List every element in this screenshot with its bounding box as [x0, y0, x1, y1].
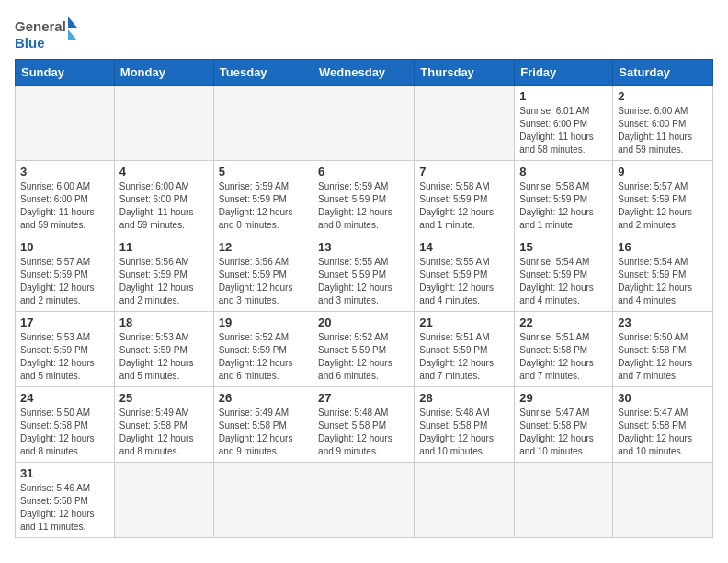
day-info: Sunrise: 5:49 AM Sunset: 5:58 PM Dayligh… [119, 407, 209, 458]
day-number: 26 [219, 391, 308, 405]
week-row-6: 31Sunrise: 5:46 AM Sunset: 5:58 PM Dayli… [16, 463, 713, 538]
calendar-cell: 7Sunrise: 5:58 AM Sunset: 5:59 PM Daylig… [415, 161, 515, 236]
day-info: Sunrise: 5:57 AM Sunset: 5:59 PM Dayligh… [618, 180, 708, 232]
calendar-cell: 14Sunrise: 5:55 AM Sunset: 5:59 PM Dayli… [415, 236, 515, 312]
week-row-4: 17Sunrise: 5:53 AM Sunset: 5:59 PM Dayli… [16, 312, 713, 387]
day-number: 23 [618, 316, 708, 329]
calendar-cell [313, 463, 415, 538]
day-info: Sunrise: 5:46 AM Sunset: 5:58 PM Dayligh… [20, 482, 109, 534]
page-container: General Blue SundayMondayTuesdayWednesda… [15, 15, 713, 538]
logo: General Blue [15, 15, 79, 53]
calendar-cell [515, 463, 613, 538]
calendar-cell: 3Sunrise: 6:00 AM Sunset: 6:00 PM Daylig… [16, 161, 115, 236]
day-info: Sunrise: 5:56 AM Sunset: 5:59 PM Dayligh… [219, 256, 308, 307]
weekday-header-friday: Friday [515, 60, 613, 86]
calendar-cell [114, 463, 213, 538]
calendar-cell: 17Sunrise: 5:53 AM Sunset: 5:59 PM Dayli… [16, 312, 115, 387]
calendar-cell: 1Sunrise: 6:01 AM Sunset: 6:00 PM Daylig… [515, 86, 613, 161]
day-number: 10 [20, 240, 109, 254]
calendar-cell: 9Sunrise: 5:57 AM Sunset: 5:59 PM Daylig… [613, 161, 713, 236]
calendar-cell [213, 463, 313, 538]
svg-marker-3 [68, 29, 77, 40]
calendar-cell: 4Sunrise: 6:00 AM Sunset: 6:00 PM Daylig… [114, 161, 213, 236]
day-info: Sunrise: 5:53 AM Sunset: 5:59 PM Dayligh… [20, 331, 109, 383]
calendar-cell: 15Sunrise: 5:54 AM Sunset: 5:59 PM Dayli… [515, 236, 613, 312]
day-number: 17 [20, 316, 109, 329]
day-number: 3 [20, 165, 109, 178]
day-info: Sunrise: 5:51 AM Sunset: 5:59 PM Dayligh… [419, 331, 509, 383]
day-info: Sunrise: 5:52 AM Sunset: 5:59 PM Dayligh… [318, 331, 409, 383]
day-info: Sunrise: 5:54 AM Sunset: 5:59 PM Dayligh… [618, 256, 708, 307]
weekday-header-tuesday: Tuesday [213, 60, 313, 86]
day-number: 1 [519, 89, 608, 103]
day-info: Sunrise: 6:00 AM Sunset: 6:00 PM Dayligh… [119, 180, 209, 232]
calendar-cell [415, 86, 515, 161]
day-info: Sunrise: 5:52 AM Sunset: 5:59 PM Dayligh… [219, 331, 308, 383]
day-info: Sunrise: 5:56 AM Sunset: 5:59 PM Dayligh… [119, 256, 209, 307]
week-row-3: 10Sunrise: 5:57 AM Sunset: 5:59 PM Dayli… [16, 236, 713, 312]
day-number: 14 [419, 240, 509, 254]
day-number: 30 [618, 391, 708, 405]
calendar-cell: 23Sunrise: 5:50 AM Sunset: 5:58 PM Dayli… [613, 312, 713, 387]
calendar-cell: 22Sunrise: 5:51 AM Sunset: 5:58 PM Dayli… [515, 312, 613, 387]
weekday-header-monday: Monday [114, 60, 213, 86]
day-info: Sunrise: 5:57 AM Sunset: 5:59 PM Dayligh… [20, 256, 109, 307]
calendar-cell: 13Sunrise: 5:55 AM Sunset: 5:59 PM Dayli… [313, 236, 415, 312]
day-info: Sunrise: 5:59 AM Sunset: 5:59 PM Dayligh… [318, 180, 409, 232]
calendar-cell: 25Sunrise: 5:49 AM Sunset: 5:58 PM Dayli… [114, 387, 213, 463]
svg-text:Blue: Blue [15, 35, 45, 51]
calendar-cell: 8Sunrise: 5:58 AM Sunset: 5:59 PM Daylig… [515, 161, 613, 236]
day-number: 16 [618, 240, 708, 254]
day-number: 12 [219, 240, 308, 254]
svg-text:General: General [15, 18, 66, 34]
day-number: 5 [219, 165, 308, 178]
calendar-cell: 31Sunrise: 5:46 AM Sunset: 5:58 PM Dayli… [16, 463, 115, 538]
day-info: Sunrise: 5:49 AM Sunset: 5:58 PM Dayligh… [219, 407, 308, 458]
day-number: 20 [318, 316, 409, 329]
day-info: Sunrise: 5:55 AM Sunset: 5:59 PM Dayligh… [318, 256, 409, 307]
calendar-cell: 21Sunrise: 5:51 AM Sunset: 5:59 PM Dayli… [415, 312, 515, 387]
weekday-header-saturday: Saturday [613, 60, 713, 86]
weekday-header-row: SundayMondayTuesdayWednesdayThursdayFrid… [16, 60, 713, 86]
calendar-cell [213, 86, 313, 161]
weekday-header-thursday: Thursday [415, 60, 515, 86]
day-info: Sunrise: 5:54 AM Sunset: 5:59 PM Dayligh… [519, 256, 608, 307]
day-info: Sunrise: 6:00 AM Sunset: 6:00 PM Dayligh… [618, 105, 708, 156]
calendar-cell: 12Sunrise: 5:56 AM Sunset: 5:59 PM Dayli… [213, 236, 313, 312]
day-number: 18 [119, 316, 209, 329]
day-info: Sunrise: 5:48 AM Sunset: 5:58 PM Dayligh… [318, 407, 409, 458]
day-info: Sunrise: 5:50 AM Sunset: 5:58 PM Dayligh… [618, 331, 708, 383]
day-info: Sunrise: 6:00 AM Sunset: 6:00 PM Dayligh… [20, 180, 109, 232]
weekday-header-sunday: Sunday [16, 60, 115, 86]
calendar-cell: 6Sunrise: 5:59 AM Sunset: 5:59 PM Daylig… [313, 161, 415, 236]
calendar-cell [415, 463, 515, 538]
calendar-cell: 16Sunrise: 5:54 AM Sunset: 5:59 PM Dayli… [613, 236, 713, 312]
svg-marker-2 [68, 17, 77, 28]
day-info: Sunrise: 5:53 AM Sunset: 5:59 PM Dayligh… [119, 331, 209, 383]
day-number: 2 [618, 89, 708, 103]
calendar-cell: 27Sunrise: 5:48 AM Sunset: 5:58 PM Dayli… [313, 387, 415, 463]
calendar-table: SundayMondayTuesdayWednesdayThursdayFrid… [15, 59, 713, 538]
day-number: 29 [519, 391, 608, 405]
day-info: Sunrise: 5:58 AM Sunset: 5:59 PM Dayligh… [419, 180, 509, 232]
day-number: 21 [419, 316, 509, 329]
day-number: 11 [119, 240, 209, 254]
day-number: 13 [318, 240, 409, 254]
calendar-cell: 29Sunrise: 5:47 AM Sunset: 5:58 PM Dayli… [515, 387, 613, 463]
day-info: Sunrise: 5:59 AM Sunset: 5:59 PM Dayligh… [219, 180, 308, 232]
day-number: 28 [419, 391, 509, 405]
day-info: Sunrise: 5:51 AM Sunset: 5:58 PM Dayligh… [519, 331, 608, 383]
calendar-cell [16, 86, 115, 161]
calendar-cell: 10Sunrise: 5:57 AM Sunset: 5:59 PM Dayli… [16, 236, 115, 312]
day-number: 6 [318, 165, 409, 178]
day-number: 25 [119, 391, 209, 405]
calendar-cell: 30Sunrise: 5:47 AM Sunset: 5:58 PM Dayli… [613, 387, 713, 463]
calendar-cell [313, 86, 415, 161]
calendar-cell: 2Sunrise: 6:00 AM Sunset: 6:00 PM Daylig… [613, 86, 713, 161]
calendar-cell: 19Sunrise: 5:52 AM Sunset: 5:59 PM Dayli… [213, 312, 313, 387]
day-number: 15 [519, 240, 608, 254]
calendar-cell [613, 463, 713, 538]
day-number: 4 [119, 165, 209, 178]
day-info: Sunrise: 5:58 AM Sunset: 5:59 PM Dayligh… [519, 180, 608, 232]
week-row-1: 1Sunrise: 6:01 AM Sunset: 6:00 PM Daylig… [16, 86, 713, 161]
